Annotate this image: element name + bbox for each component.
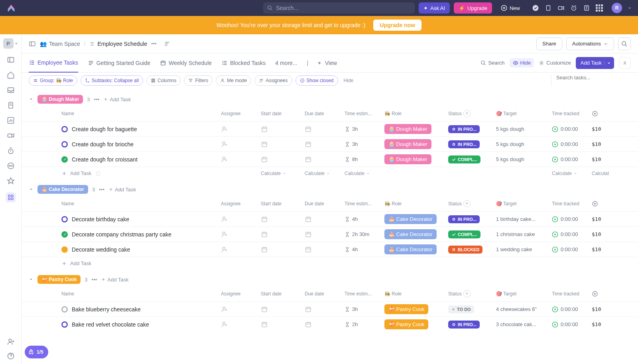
add-view-button[interactable]: | View bbox=[307, 53, 337, 73]
time-estimate-cell[interactable]: 4h bbox=[345, 246, 384, 252]
column-header[interactable]: 👩‍🍳 Role bbox=[384, 110, 448, 117]
time-estimate-cell[interactable]: 3h bbox=[345, 306, 384, 312]
add-column-button[interactable] bbox=[592, 200, 616, 207]
time-tracked-cell[interactable]: 0:00:00 bbox=[552, 321, 592, 328]
target-cell[interactable]: 3 chocolate cak... bbox=[496, 321, 552, 327]
group-chip[interactable]: Group: 👩‍🍳 Role bbox=[29, 75, 77, 86]
onboarding-pill[interactable]: 1/5 bbox=[25, 346, 48, 358]
view-search[interactable]: Search bbox=[480, 60, 504, 66]
hide-toggle[interactable]: Hide bbox=[510, 58, 534, 67]
group-caret-icon[interactable] bbox=[29, 97, 33, 102]
due-date-cell[interactable] bbox=[305, 306, 345, 313]
target-cell[interactable]: 1 birthday cake... bbox=[496, 216, 552, 222]
time-tracked-cell[interactable]: 0:00:00 bbox=[552, 216, 592, 222]
role-cell[interactable]: 🧁 Dough Maker bbox=[384, 139, 448, 149]
column-header[interactable]: Time tracked bbox=[552, 290, 592, 297]
column-header[interactable]: Name bbox=[61, 200, 221, 207]
status-pill[interactable]: COMPL... bbox=[448, 155, 480, 163]
add-column-button[interactable] bbox=[592, 290, 616, 297]
target-cell[interactable]: 5 kgs dough bbox=[496, 141, 552, 147]
column-header[interactable]: Assignee bbox=[221, 290, 261, 297]
time-estimate-cell[interactable]: 2h bbox=[345, 321, 384, 327]
upgrade-button[interactable]: ⚡ Upgrade bbox=[454, 2, 492, 14]
role-cell[interactable]: 🎂 Cake Decorator bbox=[384, 229, 448, 239]
target-cell[interactable]: 5 kgs dough bbox=[496, 126, 552, 132]
check-circle-icon[interactable] bbox=[532, 4, 539, 12]
help-icon[interactable] bbox=[7, 352, 15, 360]
app-center-icon[interactable] bbox=[6, 192, 16, 203]
time-tracked-cell[interactable]: 0:00:00 bbox=[552, 246, 592, 253]
search-tasks-input[interactable] bbox=[551, 75, 631, 87]
task-row[interactable]: Create dough for croissant8h🧁 Dough Make… bbox=[22, 152, 638, 167]
time-estimate-cell[interactable]: 2h 30m bbox=[345, 231, 384, 237]
workspace-switcher[interactable]: P bbox=[3, 38, 18, 49]
more-icon[interactable] bbox=[7, 162, 15, 170]
due-date-cell[interactable] bbox=[305, 246, 345, 253]
column-header[interactable]: Status bbox=[448, 290, 496, 297]
favorites-icon[interactable] bbox=[7, 177, 15, 185]
status-cell[interactable]: COMPL... bbox=[448, 230, 496, 238]
status-pill[interactable]: COMPL... bbox=[448, 230, 480, 238]
start-date-cell[interactable] bbox=[261, 231, 305, 238]
view-tab[interactable]: Blocked Tasks bbox=[221, 53, 266, 73]
task-row[interactable]: Create dough for brioche3h🧁 Dough MakerI… bbox=[22, 136, 638, 152]
filters-chip[interactable]: Filters bbox=[184, 75, 213, 86]
add-column-button[interactable] bbox=[592, 110, 616, 117]
status-pill[interactable]: TO DO bbox=[448, 305, 474, 313]
automations-button[interactable]: Automations bbox=[566, 37, 614, 50]
task-status-dot[interactable] bbox=[61, 156, 68, 163]
calculate-cell[interactable]: Calculat bbox=[592, 171, 616, 176]
task-row[interactable]: Decorate wedding cake4h🎂 Cake DecoratorB… bbox=[22, 242, 638, 257]
home-icon[interactable] bbox=[7, 71, 15, 79]
due-date-cell[interactable] bbox=[305, 126, 345, 133]
column-header[interactable]: Due date bbox=[305, 290, 345, 297]
task-status-dot[interactable] bbox=[61, 306, 68, 313]
column-header[interactable]: Due date bbox=[305, 200, 345, 207]
target-cell[interactable]: 4 cheesecakes 6" bbox=[496, 306, 552, 312]
video-icon[interactable] bbox=[557, 4, 565, 12]
role-cell[interactable]: 🍰 Pastry Cook bbox=[384, 304, 448, 314]
add-task-inline[interactable]: Add Task bbox=[61, 260, 221, 266]
view-tab[interactable]: 4 more... bbox=[275, 53, 297, 73]
assignee-cell[interactable] bbox=[221, 306, 261, 313]
start-date-cell[interactable] bbox=[261, 321, 305, 328]
new-button[interactable]: New bbox=[496, 2, 525, 14]
time-tracked-cell[interactable]: 0:00:00 bbox=[552, 156, 592, 163]
column-header[interactable]: Start date bbox=[261, 200, 305, 207]
role-cell[interactable]: 🍰 Pastry Cook bbox=[384, 319, 448, 329]
column-header[interactable]: 👩‍🍳 Role bbox=[384, 290, 448, 297]
group-more-icon[interactable]: ••• bbox=[99, 187, 104, 193]
cost-cell[interactable]: $10 bbox=[592, 126, 616, 132]
time-tracked-cell[interactable]: 0:00:00 bbox=[552, 306, 592, 313]
time-estimate-cell[interactable]: 4h bbox=[345, 216, 384, 222]
task-status-dot[interactable] bbox=[61, 321, 68, 328]
clipboard-icon[interactable] bbox=[545, 4, 552, 12]
view-tab[interactable]: Employee Tasks bbox=[29, 53, 78, 73]
breadcrumb-folder[interactable]: 👥 Team Space bbox=[40, 41, 80, 47]
task-row[interactable]: Decorate company christmas party cake2h … bbox=[22, 226, 638, 242]
group-badge[interactable]: 🎂 Cake Decorator bbox=[37, 185, 88, 194]
time-estimate-cell[interactable]: 3h bbox=[345, 141, 384, 147]
task-status-dot[interactable] bbox=[61, 126, 68, 132]
due-date-cell[interactable] bbox=[305, 141, 345, 148]
task-status-dot[interactable] bbox=[61, 141, 68, 148]
group-badge[interactable]: 🧁 Dough Maker bbox=[37, 95, 83, 104]
group-more-icon[interactable]: ••• bbox=[94, 96, 100, 102]
avatar-chevron-icon[interactable] bbox=[628, 6, 632, 10]
time-estimate-cell[interactable]: 3h bbox=[345, 126, 384, 132]
status-cell[interactable]: COMPL... bbox=[448, 155, 496, 163]
status-pill[interactable]: IN PRO... bbox=[448, 215, 480, 223]
sort-indicator-icon[interactable] bbox=[463, 290, 471, 297]
calculate-cell[interactable]: Calculate bbox=[552, 171, 592, 176]
target-cell[interactable]: 1 christmas cake bbox=[496, 231, 552, 237]
column-header[interactable]: Name bbox=[61, 110, 221, 117]
time-tracked-cell[interactable]: 0:00:00 bbox=[552, 141, 592, 148]
group-caret-icon[interactable] bbox=[29, 187, 33, 192]
column-header[interactable]: Status bbox=[448, 200, 496, 207]
cost-cell[interactable]: $10 bbox=[592, 306, 616, 312]
time-estimate-cell[interactable]: 8h bbox=[345, 156, 384, 162]
target-cell[interactable]: 5 kgs dough bbox=[496, 156, 552, 162]
column-header[interactable]: 🎯 Target bbox=[496, 200, 552, 207]
start-date-cell[interactable] bbox=[261, 126, 305, 133]
docs-icon[interactable] bbox=[7, 101, 15, 109]
